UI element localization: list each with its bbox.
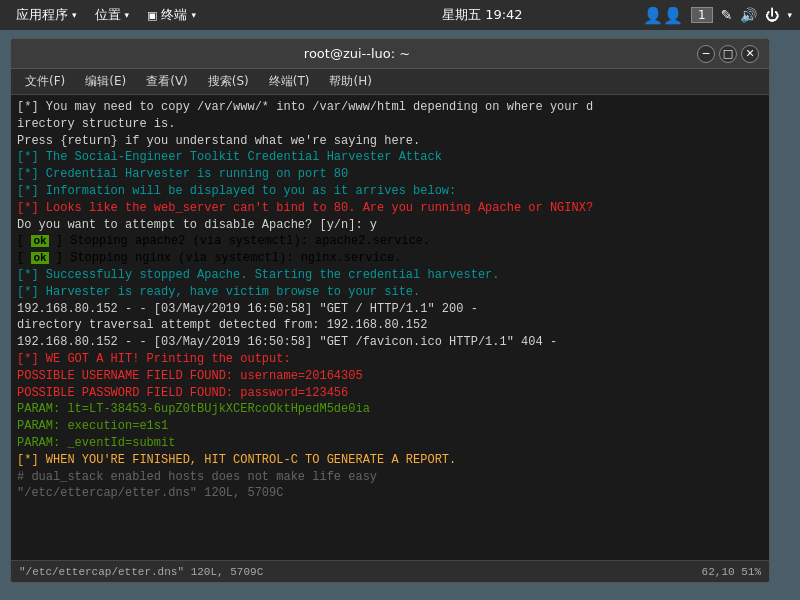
user-icon: 👤👤	[643, 6, 683, 25]
window-title: root@zui--luo: ~	[21, 46, 693, 61]
terminal-line: Do you want to attempt to disable Apache…	[17, 217, 763, 234]
help-menu[interactable]: 帮助(H)	[321, 71, 379, 92]
menubar: 文件(F) 编辑(E) 查看(V) 搜索(S) 终端(T) 帮助(H)	[11, 69, 769, 95]
location-menu-label: 位置	[95, 6, 121, 24]
chevron-down-icon: ▾	[72, 10, 77, 20]
window-titlebar: root@zui--luo: ~ ─ □ ✕	[11, 39, 769, 69]
terminal-line: [*] Successfully stopped Apache. Startin…	[17, 267, 763, 284]
terminal-line: 192.168.80.152 - - [03/May/2019 16:50:58…	[17, 301, 763, 318]
terminal-line: PARAM: execution=e1s1	[17, 418, 763, 435]
terminal-window: root@zui--luo: ~ ─ □ ✕ 文件(F) 编辑(E) 查看(V)…	[10, 38, 770, 583]
taskbar-right: 👤👤 1 ✎ 🔊 ⏻ ▾	[643, 6, 792, 25]
terminal-line: [*] The Social-Engineer Toolkit Credenti…	[17, 149, 763, 166]
chevron-down-icon3: ▾	[191, 10, 196, 20]
terminal-content[interactable]: [*] You may need to copy /var/www/* into…	[11, 95, 769, 560]
terminal-line: "/etc/ettercap/etter.dns" 120L, 5709C	[17, 485, 763, 502]
taskbar: 应用程序 ▾ 位置 ▾ ▣ 终端 ▾ 星期五 19:42 👤👤 1 ✎ 🔊 ⏻ …	[0, 0, 800, 30]
terminal-line: irectory structure is.	[17, 116, 763, 133]
close-button[interactable]: ✕	[741, 45, 759, 63]
terminal-line: [*] Harvester is ready, have victim brow…	[17, 284, 763, 301]
terminal-menu[interactable]: ▣ 终端 ▾	[139, 4, 204, 26]
terminal-line: POSSIBLE USERNAME FIELD FOUND: username=…	[17, 368, 763, 385]
workspace-badge[interactable]: 1	[691, 7, 713, 23]
edit-menu[interactable]: 编辑(E)	[77, 71, 134, 92]
terminal-line: 192.168.80.152 - - [03/May/2019 16:50:58…	[17, 334, 763, 351]
file-menu[interactable]: 文件(F)	[17, 71, 73, 92]
terminal-line: PARAM: _eventId=submit	[17, 435, 763, 452]
terminal-line: [ ok ] Stopping apache2 (via systemctl):…	[17, 233, 763, 250]
app-menu-label: 应用程序	[16, 6, 68, 24]
terminal-line: PARAM: lt=LT-38453-6upZ0tBUjkXCERcoOktHp…	[17, 401, 763, 418]
terminal-icon: ▣	[147, 9, 157, 22]
power-icon[interactable]: ⏻	[765, 7, 779, 23]
app-menu[interactable]: 应用程序 ▾	[8, 4, 85, 26]
terminal-line: [*] WHEN YOU'RE FINISHED, HIT CONTROL-C …	[17, 452, 763, 469]
terminal-line: [*] Credential Harvester is running on p…	[17, 166, 763, 183]
terminal-line: Press {return} if you understand what we…	[17, 133, 763, 150]
minimize-button[interactable]: ─	[697, 45, 715, 63]
terminal-line: [*] You may need to copy /var/www/* into…	[17, 99, 763, 116]
taskbar-left: 应用程序 ▾ 位置 ▾ ▣ 终端 ▾	[8, 4, 322, 26]
maximize-button[interactable]: □	[719, 45, 737, 63]
terminal-line: [ ok ] Stopping nginx (via systemctl): n…	[17, 250, 763, 267]
terminal-line: [*] Looks like the web_server can't bind…	[17, 200, 763, 217]
terminal-menu-item[interactable]: 终端(T)	[261, 71, 318, 92]
statusbar-right: 62,10 51%	[702, 566, 761, 578]
terminal-line: [*] WE GOT A HIT! Printing the output:	[17, 351, 763, 368]
edit-icon[interactable]: ✎	[721, 7, 733, 23]
volume-icon[interactable]: 🔊	[740, 7, 757, 23]
statusbar-left: "/etc/ettercap/etter.dns" 120L, 5709C	[19, 566, 702, 578]
chevron-down-icon2: ▾	[125, 10, 130, 20]
location-menu[interactable]: 位置 ▾	[87, 4, 138, 26]
taskbar-datetime: 星期五 19:42	[326, 6, 640, 24]
terminal-line: directory traversal attempt detected fro…	[17, 317, 763, 334]
terminal-line: [*] Information will be displayed to you…	[17, 183, 763, 200]
view-menu[interactable]: 查看(V)	[138, 71, 196, 92]
power-chevron-icon: ▾	[787, 10, 792, 20]
terminal-menu-label: 终端	[161, 6, 187, 24]
statusbar: "/etc/ettercap/etter.dns" 120L, 5709C 62…	[11, 560, 769, 582]
terminal-line: POSSIBLE PASSWORD FIELD FOUND: password=…	[17, 385, 763, 402]
terminal-line: # dual_stack enabled hosts does not make…	[17, 469, 763, 486]
search-menu[interactable]: 搜索(S)	[200, 71, 257, 92]
